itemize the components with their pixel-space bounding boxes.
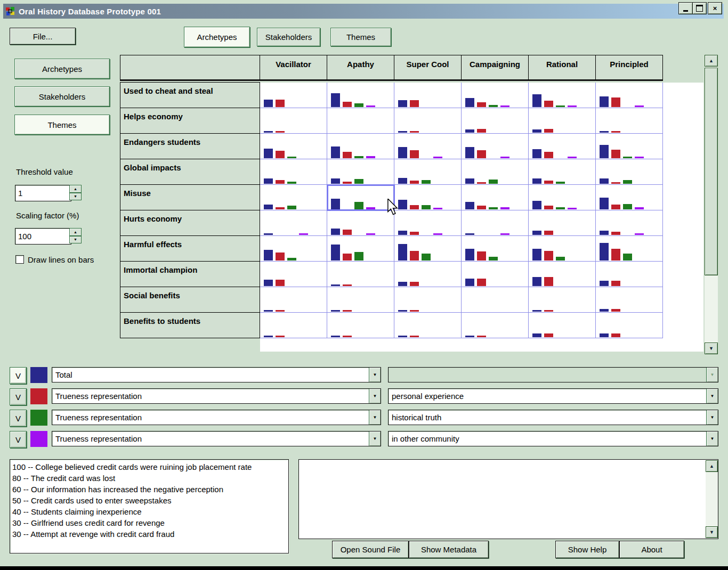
matrix-cell-endangers-students-super-cool[interactable]	[394, 134, 462, 159]
matrix-cell-social-benefits-super-cool[interactable]	[394, 287, 462, 313]
matrix-cell-benefits-to-students-rational[interactable]	[529, 313, 596, 338]
tab-stakeholders[interactable]: Stakeholders	[257, 28, 320, 46]
draw-lines-checkbox[interactable]	[15, 255, 24, 264]
matrix-scrollbar-thumb[interactable]	[705, 68, 718, 275]
tab-archetypes[interactable]: Archetypes	[184, 27, 250, 47]
scaling-input[interactable]: 100	[15, 228, 71, 245]
matrix-cell-hurts-economy-principled[interactable]	[596, 210, 663, 236]
matrix-cell-used-to-cheat-and-steal-campaigning[interactable]	[462, 83, 529, 108]
matrix-cell-endangers-students-campaigning[interactable]	[462, 134, 529, 159]
matrix-cell-harmful-effects-apathy[interactable]	[327, 236, 394, 262]
matrix-cell-used-to-cheat-and-steal-super-cool[interactable]	[394, 83, 462, 108]
threshold-input[interactable]: 1	[15, 185, 71, 201]
list-item[interactable]: 60 -- Our information has increased the …	[12, 484, 288, 495]
measure-dropdown-3[interactable]: Trueness representation▼	[52, 410, 381, 425]
matrix-cell-endangers-students-vacillator[interactable]	[260, 134, 327, 159]
list-item[interactable]: 40 -- Students claiming inexperience	[12, 506, 288, 517]
chevron-down-icon[interactable]: ▼	[706, 410, 718, 425]
measure-dropdown-1[interactable]: Total▼	[52, 367, 381, 382]
matrix-cell-misuse-principled[interactable]	[596, 185, 663, 210]
matrix-cell-helps-economy-campaigning[interactable]	[462, 108, 529, 134]
minimize-button[interactable]	[678, 2, 693, 14]
matrix-cell-immortal-champion-principled[interactable]	[596, 262, 663, 287]
matrix-cell-immortal-champion-vacillator[interactable]	[260, 262, 327, 287]
chevron-down-icon[interactable]: ▼	[369, 389, 381, 403]
matrix-cell-used-to-cheat-and-steal-vacillator[interactable]	[260, 83, 327, 108]
matrix-cell-used-to-cheat-and-steal-apathy[interactable]	[327, 83, 394, 108]
metadata-scrollbar[interactable]: ▲ ▼	[706, 460, 718, 538]
matrix-scrollbar[interactable]: ▲▼	[705, 55, 718, 354]
metadata-textarea[interactable]: ▲ ▼	[298, 459, 718, 539]
about-button[interactable]: About	[619, 541, 684, 558]
matrix-cell-hurts-economy-super-cool[interactable]	[394, 210, 462, 236]
matrix-cell-harmful-effects-principled[interactable]	[596, 236, 663, 262]
measure-dropdown-4[interactable]: Trueness representation▼	[52, 431, 381, 446]
threshold-spin-up[interactable]: ▲	[69, 185, 82, 193]
matrix-cell-used-to-cheat-and-steal-rational[interactable]	[529, 83, 596, 108]
matrix-cell-global-impacts-super-cool[interactable]	[394, 159, 462, 185]
matrix-cell-immortal-champion-apathy[interactable]	[327, 262, 394, 287]
scaling-spin-up[interactable]: ▲	[69, 228, 82, 236]
matrix-cell-helps-economy-apathy[interactable]	[327, 108, 394, 134]
sidebar-item-stakeholders[interactable]: Stakeholders	[14, 86, 110, 107]
matrix-cell-social-benefits-apathy[interactable]	[327, 287, 394, 313]
matrix-cell-hurts-economy-rational[interactable]	[529, 210, 596, 236]
matrix-cell-endangers-students-apathy[interactable]	[327, 134, 394, 159]
list-item[interactable]: 30 -- Girlfriend uses credit card for re…	[12, 517, 288, 528]
matrix-cell-hurts-economy-vacillator[interactable]	[260, 210, 327, 236]
list-item[interactable]: 30 -- Attempt at revenge with credit car…	[12, 528, 288, 540]
matrix-cell-helps-economy-vacillator[interactable]	[260, 108, 327, 134]
matrix-cell-misuse-vacillator[interactable]	[260, 185, 327, 210]
matrix-cell-social-benefits-vacillator[interactable]	[260, 287, 327, 313]
facet-dropdown-4[interactable]: in other community▼	[388, 431, 718, 446]
matrix-cell-global-impacts-apathy[interactable]	[327, 159, 394, 185]
scaling-spin-down[interactable]: ▼	[69, 236, 82, 244]
matrix-cell-benefits-to-students-apathy[interactable]	[327, 313, 394, 338]
chevron-down-icon[interactable]: ▼	[369, 368, 381, 382]
maximize-button[interactable]	[692, 2, 707, 14]
matrix-cell-immortal-champion-super-cool[interactable]	[394, 262, 462, 287]
matrix-cell-social-benefits-campaigning[interactable]	[462, 287, 529, 313]
list-item[interactable]: 80 -- The credit card was lost	[12, 473, 288, 484]
list-item[interactable]: 100 -- College believed credit cards wer…	[12, 461, 288, 473]
matrix-cell-benefits-to-students-principled[interactable]	[596, 313, 663, 338]
matrix-cell-misuse-campaigning[interactable]	[462, 185, 529, 210]
sidebar-item-archetypes[interactable]: Archetypes	[14, 59, 110, 79]
scroll-up-icon[interactable]: ▲	[705, 55, 718, 67]
matrix-cell-hurts-economy-campaigning[interactable]	[462, 210, 529, 236]
facet-dropdown-3[interactable]: historical truth▼	[388, 410, 718, 425]
matrix-cell-helps-economy-rational[interactable]	[529, 108, 596, 134]
matrix-cell-harmful-effects-rational[interactable]	[529, 236, 596, 262]
matrix-cell-benefits-to-students-super-cool[interactable]	[394, 313, 462, 338]
close-button[interactable]: ×	[708, 2, 722, 14]
list-item[interactable]: 50 -- Credit cards used to enter sweepst…	[12, 495, 288, 506]
matrix-cell-benefits-to-students-vacillator[interactable]	[260, 313, 327, 338]
matrix-cell-misuse-rational[interactable]	[529, 185, 596, 210]
measure-dropdown-2[interactable]: Trueness representation▼	[52, 388, 381, 404]
matrix-cell-benefits-to-students-campaigning[interactable]	[462, 313, 529, 338]
series-toggle-button-2[interactable]: V	[10, 388, 27, 405]
chevron-down-icon[interactable]: ▼	[706, 431, 718, 446]
scroll-down-icon[interactable]: ▼	[705, 343, 718, 354]
scroll-down-icon[interactable]: ▼	[706, 526, 718, 538]
sidebar-item-themes[interactable]: Themes	[14, 115, 110, 135]
matrix-cell-social-benefits-rational[interactable]	[529, 287, 596, 313]
series-toggle-button-4[interactable]: V	[10, 431, 27, 448]
matrix-cell-harmful-effects-campaigning[interactable]	[462, 236, 529, 262]
matrix-cell-immortal-champion-campaigning[interactable]	[462, 262, 529, 287]
matrix-cell-global-impacts-principled[interactable]	[596, 159, 663, 185]
matrix-cell-endangers-students-principled[interactable]	[596, 134, 663, 159]
matrix-cell-social-benefits-principled[interactable]	[596, 287, 663, 313]
file-button[interactable]: File...	[10, 28, 76, 45]
quotes-listbox[interactable]: 100 -- College believed credit cards wer…	[10, 459, 289, 553]
title-bar[interactable]: Oral History Database Prototype 001	[3, 4, 724, 19]
matrix-cell-global-impacts-campaigning[interactable]	[462, 159, 529, 185]
chevron-down-icon[interactable]: ▼	[706, 389, 718, 403]
matrix-cell-global-impacts-vacillator[interactable]	[260, 159, 327, 185]
scroll-up-icon[interactable]: ▲	[706, 460, 718, 472]
show-metadata-button[interactable]: Show Metadata	[409, 541, 489, 558]
show-help-button[interactable]: Show Help	[555, 541, 619, 558]
matrix-cell-harmful-effects-vacillator[interactable]	[260, 236, 327, 262]
matrix-cell-endangers-students-rational[interactable]	[529, 134, 596, 159]
matrix-cell-hurts-economy-apathy[interactable]	[327, 210, 394, 236]
